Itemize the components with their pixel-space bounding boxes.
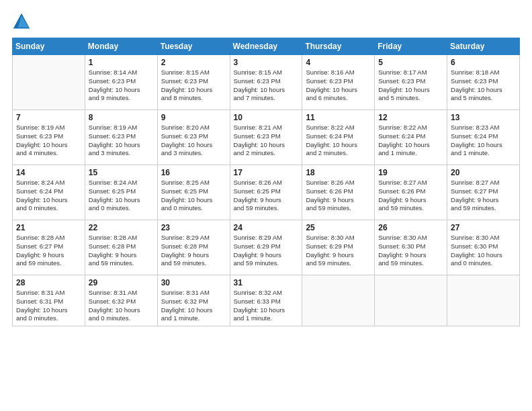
day-number: 8 <box>89 113 154 122</box>
calendar-cell: 10Sunrise: 8:21 AM Sunset: 6:23 PM Dayli… <box>230 110 302 165</box>
day-number: 13 <box>451 113 516 122</box>
day-info: Sunrise: 8:17 AM Sunset: 6:23 PM Dayligh… <box>378 68 443 103</box>
day-number: 20 <box>451 168 516 177</box>
day-info: Sunrise: 8:18 AM Sunset: 6:23 PM Dayligh… <box>451 68 516 103</box>
day-info: Sunrise: 8:15 AM Sunset: 6:23 PM Dayligh… <box>234 68 299 103</box>
day-number: 30 <box>161 278 226 287</box>
day-number: 14 <box>16 168 81 177</box>
day-number: 1 <box>89 58 154 67</box>
header <box>12 12 520 31</box>
calendar-cell: 28Sunrise: 8:31 AM Sunset: 6:31 PM Dayli… <box>13 275 85 326</box>
calendar-cell: 5Sunrise: 8:17 AM Sunset: 6:23 PM Daylig… <box>375 55 447 110</box>
day-info: Sunrise: 8:24 AM Sunset: 6:24 PM Dayligh… <box>16 179 81 213</box>
calendar-table: SundayMondayTuesdayWednesdayThursdayFrid… <box>12 38 520 326</box>
day-number: 25 <box>306 223 371 232</box>
day-info: Sunrise: 8:31 AM Sunset: 6:32 PM Dayligh… <box>89 289 154 323</box>
calendar-cell: 27Sunrise: 8:30 AM Sunset: 6:30 PM Dayli… <box>447 220 520 275</box>
calendar-cell: 3Sunrise: 8:15 AM Sunset: 6:23 PM Daylig… <box>230 55 302 110</box>
day-info: Sunrise: 8:15 AM Sunset: 6:23 PM Dayligh… <box>161 68 226 103</box>
calendar-cell: 16Sunrise: 8:25 AM Sunset: 6:25 PM Dayli… <box>157 165 230 220</box>
day-number: 21 <box>16 223 81 232</box>
day-number: 22 <box>89 223 154 232</box>
weekday-header: Sunday <box>13 38 85 55</box>
calendar-cell <box>302 275 375 326</box>
calendar-cell: 30Sunrise: 8:31 AM Sunset: 6:32 PM Dayli… <box>157 275 230 326</box>
day-info: Sunrise: 8:30 AM Sunset: 6:29 PM Dayligh… <box>306 234 371 268</box>
day-info: Sunrise: 8:26 AM Sunset: 6:25 PM Dayligh… <box>234 179 299 213</box>
logo <box>12 12 34 31</box>
weekday-header: Monday <box>85 38 157 55</box>
day-info: Sunrise: 8:32 AM Sunset: 6:33 PM Dayligh… <box>234 289 299 323</box>
calendar-header-row: SundayMondayTuesdayWednesdayThursdayFrid… <box>13 38 520 55</box>
day-info: Sunrise: 8:31 AM Sunset: 6:32 PM Dayligh… <box>161 289 226 323</box>
day-number: 17 <box>234 168 299 177</box>
page: SundayMondayTuesdayWednesdayThursdayFrid… <box>0 0 532 411</box>
day-info: Sunrise: 8:19 AM Sunset: 6:23 PM Dayligh… <box>89 124 154 158</box>
calendar-cell: 20Sunrise: 8:27 AM Sunset: 6:27 PM Dayli… <box>447 165 520 220</box>
day-number: 9 <box>161 113 226 122</box>
day-info: Sunrise: 8:16 AM Sunset: 6:23 PM Dayligh… <box>306 68 371 103</box>
weekday-header: Wednesday <box>230 38 302 55</box>
calendar-cell: 7Sunrise: 8:19 AM Sunset: 6:23 PM Daylig… <box>13 110 85 165</box>
calendar-week-row: 21Sunrise: 8:28 AM Sunset: 6:27 PM Dayli… <box>13 220 520 275</box>
calendar-cell <box>375 275 447 326</box>
day-info: Sunrise: 8:27 AM Sunset: 6:27 PM Dayligh… <box>451 179 516 213</box>
day-number: 5 <box>378 58 443 67</box>
day-number: 10 <box>234 113 299 122</box>
weekday-header: Thursday <box>302 38 375 55</box>
calendar-cell: 21Sunrise: 8:28 AM Sunset: 6:27 PM Dayli… <box>13 220 85 275</box>
calendar-week-row: 28Sunrise: 8:31 AM Sunset: 6:31 PM Dayli… <box>13 275 520 326</box>
calendar-cell: 6Sunrise: 8:18 AM Sunset: 6:23 PM Daylig… <box>447 55 520 110</box>
day-number: 3 <box>234 58 299 67</box>
calendar-cell: 12Sunrise: 8:22 AM Sunset: 6:24 PM Dayli… <box>375 110 447 165</box>
day-info: Sunrise: 8:19 AM Sunset: 6:23 PM Dayligh… <box>16 124 81 158</box>
day-info: Sunrise: 8:29 AM Sunset: 6:28 PM Dayligh… <box>161 234 226 268</box>
calendar-cell: 26Sunrise: 8:30 AM Sunset: 6:30 PM Dayli… <box>375 220 447 275</box>
day-info: Sunrise: 8:30 AM Sunset: 6:30 PM Dayligh… <box>451 234 516 268</box>
weekday-header: Saturday <box>447 38 520 55</box>
day-info: Sunrise: 8:31 AM Sunset: 6:31 PM Dayligh… <box>16 289 81 323</box>
day-number: 7 <box>16 113 81 122</box>
day-number: 23 <box>161 223 226 232</box>
day-number: 29 <box>89 278 154 287</box>
calendar-cell: 2Sunrise: 8:15 AM Sunset: 6:23 PM Daylig… <box>157 55 230 110</box>
calendar-cell: 31Sunrise: 8:32 AM Sunset: 6:33 PM Dayli… <box>230 275 302 326</box>
day-number: 28 <box>16 278 81 287</box>
calendar-cell: 8Sunrise: 8:19 AM Sunset: 6:23 PM Daylig… <box>85 110 157 165</box>
calendar-cell: 4Sunrise: 8:16 AM Sunset: 6:23 PM Daylig… <box>302 55 375 110</box>
day-number: 15 <box>89 168 154 177</box>
day-info: Sunrise: 8:22 AM Sunset: 6:24 PM Dayligh… <box>306 124 371 158</box>
day-info: Sunrise: 8:24 AM Sunset: 6:25 PM Dayligh… <box>89 179 154 213</box>
day-number: 12 <box>378 113 443 122</box>
calendar-week-row: 7Sunrise: 8:19 AM Sunset: 6:23 PM Daylig… <box>13 110 520 165</box>
weekday-header: Friday <box>375 38 447 55</box>
day-info: Sunrise: 8:14 AM Sunset: 6:23 PM Dayligh… <box>89 68 154 103</box>
calendar-cell: 22Sunrise: 8:28 AM Sunset: 6:28 PM Dayli… <box>85 220 157 275</box>
calendar-cell: 17Sunrise: 8:26 AM Sunset: 6:25 PM Dayli… <box>230 165 302 220</box>
calendar-cell: 19Sunrise: 8:27 AM Sunset: 6:26 PM Dayli… <box>375 165 447 220</box>
calendar-cell <box>447 275 520 326</box>
day-number: 27 <box>451 223 516 232</box>
day-number: 26 <box>378 223 443 232</box>
day-info: Sunrise: 8:28 AM Sunset: 6:27 PM Dayligh… <box>16 234 81 268</box>
calendar-cell: 11Sunrise: 8:22 AM Sunset: 6:24 PM Dayli… <box>302 110 375 165</box>
calendar-cell: 14Sunrise: 8:24 AM Sunset: 6:24 PM Dayli… <box>13 165 85 220</box>
calendar-cell: 15Sunrise: 8:24 AM Sunset: 6:25 PM Dayli… <box>85 165 157 220</box>
calendar-cell: 18Sunrise: 8:26 AM Sunset: 6:26 PM Dayli… <box>302 165 375 220</box>
weekday-header: Tuesday <box>157 38 230 55</box>
day-info: Sunrise: 8:30 AM Sunset: 6:30 PM Dayligh… <box>378 234 443 268</box>
calendar-cell: 29Sunrise: 8:31 AM Sunset: 6:32 PM Dayli… <box>85 275 157 326</box>
day-info: Sunrise: 8:21 AM Sunset: 6:23 PM Dayligh… <box>234 124 299 158</box>
calendar-cell <box>13 55 85 110</box>
calendar-week-row: 14Sunrise: 8:24 AM Sunset: 6:24 PM Dayli… <box>13 165 520 220</box>
day-info: Sunrise: 8:26 AM Sunset: 6:26 PM Dayligh… <box>306 179 371 213</box>
calendar-cell: 23Sunrise: 8:29 AM Sunset: 6:28 PM Dayli… <box>157 220 230 275</box>
day-info: Sunrise: 8:23 AM Sunset: 6:24 PM Dayligh… <box>451 124 516 158</box>
calendar-cell: 13Sunrise: 8:23 AM Sunset: 6:24 PM Dayli… <box>447 110 520 165</box>
day-info: Sunrise: 8:27 AM Sunset: 6:26 PM Dayligh… <box>378 179 443 213</box>
day-info: Sunrise: 8:22 AM Sunset: 6:24 PM Dayligh… <box>378 124 443 158</box>
day-number: 16 <box>161 168 226 177</box>
day-info: Sunrise: 8:25 AM Sunset: 6:25 PM Dayligh… <box>161 179 226 213</box>
day-info: Sunrise: 8:29 AM Sunset: 6:29 PM Dayligh… <box>234 234 299 268</box>
day-number: 31 <box>234 278 299 287</box>
